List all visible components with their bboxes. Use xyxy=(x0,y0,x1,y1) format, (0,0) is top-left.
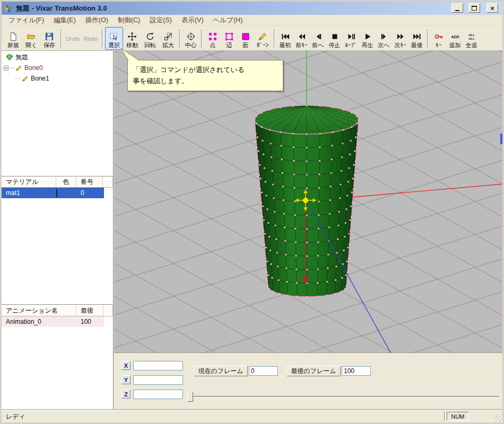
toolbar-button-label: ﾎﾞｰﾝ xyxy=(257,42,268,49)
toolbar-button-label: 前ｷｰ xyxy=(296,42,308,49)
toolbar-new-button[interactable]: 新規 xyxy=(4,27,22,50)
toolbar-scale-button[interactable]: 拡大 xyxy=(159,27,177,50)
material-number: 0 xyxy=(76,189,104,197)
bottom-panel: X Y Z 現在のフレーム 最後のフレーム xyxy=(114,352,504,412)
num-indicator: NUM xyxy=(447,412,469,421)
svg-text:ADD: ADD xyxy=(451,35,459,39)
resize-grip-icon[interactable] xyxy=(494,414,501,421)
animation-header-blank xyxy=(103,305,113,316)
playback-loop-button[interactable]: ﾙｰﾌﾟ xyxy=(343,27,359,50)
playback-step-forward-button[interactable]: 次へ xyxy=(376,27,392,50)
material-row[interactable]: mat1 0 xyxy=(2,188,104,198)
minimize-button[interactable] xyxy=(451,3,463,13)
toolbar-move-button[interactable]: 移動 xyxy=(123,27,141,50)
animation-header-last: 最後 xyxy=(76,305,103,316)
tree-item-bone1[interactable]: Bone1 xyxy=(2,73,113,84)
add-all-icon: ALLALL xyxy=(467,31,476,42)
animation-last-frame: 100 xyxy=(76,318,104,325)
toolbar-button-label: 次へ xyxy=(378,42,389,49)
maximize-button[interactable] xyxy=(468,3,480,13)
tree-item-label: Bone1 xyxy=(31,75,49,82)
toolbar-redo-button[interactable]: Redo xyxy=(82,27,100,50)
title-bar[interactable]: 無題 - Vixar TransMotion 3.0 × xyxy=(2,2,502,15)
toolbar-separator xyxy=(102,29,103,48)
toolbar-save-button[interactable]: 保存 xyxy=(40,27,58,50)
playback-last-button[interactable]: 最後 xyxy=(409,27,425,50)
new-document-icon xyxy=(8,31,18,42)
add-key-button[interactable]: ADD 追加 xyxy=(447,27,463,50)
tree-root-label: 無題 xyxy=(15,53,28,62)
menu-view[interactable]: 表示(V) xyxy=(177,15,208,25)
toolbar-separator xyxy=(427,29,428,48)
tree-expander-icon[interactable] xyxy=(4,66,8,70)
timeline-slider-track[interactable] xyxy=(188,396,500,398)
tooltip-pointer xyxy=(118,48,142,61)
go-first-icon xyxy=(281,31,290,42)
add-all-button[interactable]: ALLALL 全追 xyxy=(463,27,480,50)
animation-row[interactable]: Animation_0 100 xyxy=(2,316,104,327)
menu-edit[interactable]: 編集(E) xyxy=(49,15,81,25)
step-forward-icon xyxy=(379,31,389,42)
menu-control[interactable]: 制御(C) xyxy=(113,15,145,25)
timeline-slider-thumb[interactable] xyxy=(187,392,193,402)
toolbar-select-button[interactable]: 選択 xyxy=(105,27,123,50)
tree-root-item[interactable]: 無題 xyxy=(2,52,113,63)
3d-scene xyxy=(114,50,504,352)
face-mode-icon xyxy=(241,31,250,42)
menu-operation[interactable]: 操作(O) xyxy=(81,15,113,25)
toolbar-bone-mode-button[interactable]: ﾎﾞｰﾝ xyxy=(254,27,272,50)
toolbar-vertex-mode-button[interactable]: 点 xyxy=(204,27,221,50)
menu-settings[interactable]: 設定(S) xyxy=(145,15,177,25)
tooltip-text-line2: 事を確認します。 xyxy=(133,75,278,86)
y-input[interactable] xyxy=(133,375,183,385)
key-button[interactable]: ｷｰ xyxy=(430,27,447,50)
step-back-icon xyxy=(314,31,323,42)
viewport-3d[interactable] xyxy=(114,50,504,352)
status-bar: レディ NUM xyxy=(2,409,502,422)
playback-step-back-button[interactable]: 前へ xyxy=(310,27,326,50)
animation-table-header: アニメーション名 最後 xyxy=(2,305,113,316)
app-window: 無題 - Vixar TransMotion 3.0 × ファイル(F) 編集(… xyxy=(0,0,504,424)
toolbar-open-button[interactable]: 開く xyxy=(22,27,40,50)
scale-icon xyxy=(163,31,173,42)
material-name: mat1 xyxy=(2,189,56,197)
menu-file[interactable]: ファイル(F) xyxy=(4,15,49,25)
toolbar-button-label: Undo xyxy=(66,36,80,42)
playback-prev-key-button[interactable]: 前ｷｰ xyxy=(293,27,310,50)
menu-help[interactable]: ヘルプ(H) xyxy=(208,15,248,25)
toolbar-edge-mode-button[interactable]: 辺 xyxy=(221,27,237,50)
x-input[interactable] xyxy=(133,361,183,370)
close-button[interactable]: × xyxy=(486,3,498,13)
playback-play-button[interactable]: 再生 xyxy=(359,27,376,50)
toolbar-button-label: 面 xyxy=(242,42,248,49)
playback-stop-button[interactable]: 停止 xyxy=(326,27,343,50)
toolbar-center-button[interactable]: 中心 xyxy=(183,27,199,50)
material-color-swatch xyxy=(56,189,57,197)
z-input[interactable] xyxy=(133,390,183,399)
toolbar-button-label: 辺 xyxy=(226,42,232,49)
tree-item-bone0[interactable]: Bone0 xyxy=(2,63,113,73)
material-header-color: 色 xyxy=(56,177,76,188)
toolbar-undo-button[interactable]: Undo xyxy=(64,27,82,50)
toolbar-button-label: 保存 xyxy=(44,42,55,49)
playback-first-button[interactable]: 最初 xyxy=(277,27,293,50)
rotate-icon xyxy=(145,31,155,42)
prev-key-icon xyxy=(297,31,307,42)
material-header-number: 番号 xyxy=(76,177,103,188)
last-frame-input[interactable] xyxy=(342,366,371,376)
toolbar-face-mode-button[interactable]: 面 xyxy=(237,27,254,50)
toolbar-button-label: 最後 xyxy=(411,42,423,49)
status-divider xyxy=(444,411,445,421)
current-frame-input[interactable] xyxy=(249,366,278,376)
playback-next-key-button[interactable]: 次ｷｰ xyxy=(392,27,409,50)
z-axis-label: Z xyxy=(121,390,131,399)
status-text: レディ xyxy=(6,412,25,421)
toolbar-button-label: 点 xyxy=(210,42,215,49)
toolbar-rotate-button[interactable]: 回転 xyxy=(141,27,159,50)
key-icon xyxy=(434,31,444,42)
toolbar-button-label: 中心 xyxy=(185,42,197,49)
toolbar-button-label: 回転 xyxy=(144,42,156,49)
open-folder-icon xyxy=(27,31,36,42)
animation-header-name: アニメーション名 xyxy=(2,305,76,316)
toolbar-button-label: 最初 xyxy=(280,42,291,49)
